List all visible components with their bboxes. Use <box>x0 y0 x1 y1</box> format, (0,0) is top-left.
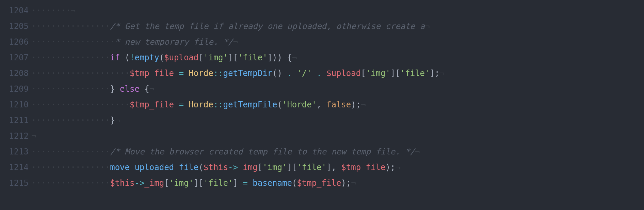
whitespace-indicator: ········ <box>31 6 71 15</box>
token-op: -> <box>134 178 144 188</box>
token-var: $this <box>110 178 134 188</box>
line-number: 1214 <box>0 160 31 175</box>
token-punct: } <box>110 84 120 94</box>
token-punct <box>174 100 179 109</box>
whitespace-indicator: ···················· <box>31 100 130 109</box>
code-line[interactable]: 1212¬ <box>0 128 644 144</box>
token-punct <box>184 100 189 109</box>
code-content[interactable]: ················}¬ <box>31 112 644 128</box>
token-op: = <box>179 69 183 78</box>
code-line[interactable]: 1210····················$tmp_file = Hord… <box>0 97 644 112</box>
token-punct: [ <box>361 69 366 78</box>
code-line[interactable]: 1211················}¬ <box>0 112 644 128</box>
code-line[interactable]: 1204········¬ <box>0 3 644 18</box>
token-punct: [ <box>258 163 262 172</box>
token-punct: } <box>110 116 115 125</box>
line-number: 1209 <box>0 81 31 97</box>
whitespace-indicator: ················ <box>31 53 110 62</box>
token-punct: ( <box>292 178 297 188</box>
line-number: 1206 <box>0 34 31 50</box>
code-line[interactable]: 1207················if (!empty($upload['… <box>0 50 644 65</box>
token-var: $tmp_file <box>130 100 174 109</box>
token-punct: ( <box>198 163 203 172</box>
token-punct: ][ <box>228 53 238 62</box>
code-line[interactable]: 1215················$this->_img['img']['… <box>0 175 644 191</box>
token-keyword: if <box>110 53 120 62</box>
token-string: 'Horde' <box>282 100 317 109</box>
token-punct: ); <box>351 100 361 109</box>
token-func: move_uploaded_file <box>110 163 198 172</box>
token-string: 'file' <box>297 163 326 172</box>
token-nl: ¬ <box>425 21 430 31</box>
line-number: 1213 <box>0 144 31 160</box>
code-line[interactable]: 1205················/* Get the temp file… <box>0 18 644 34</box>
token-punct <box>174 69 179 78</box>
token-punct: ][ <box>194 178 204 188</box>
code-content[interactable]: ¬ <box>31 128 644 144</box>
token-nl: ¬ <box>351 178 356 188</box>
token-nl: ¬ <box>292 53 297 62</box>
code-content[interactable]: ················} else {¬ <box>31 81 644 97</box>
token-string: 'file' <box>204 178 233 188</box>
line-number: 1215 <box>0 175 31 191</box>
token-punct: ); <box>385 163 395 172</box>
whitespace-indicator: ················ <box>31 84 110 94</box>
token-op: . <box>287 69 292 78</box>
code-content[interactable]: ·················* new temporary file. *… <box>31 34 644 50</box>
token-op: :: <box>213 69 223 78</box>
token-punct: [ <box>198 53 203 62</box>
whitespace-indicator: ················ <box>31 163 110 172</box>
token-punct <box>248 178 253 188</box>
token-string: 'img' <box>204 53 228 62</box>
token-string: 'img' <box>366 69 390 78</box>
code-content[interactable]: ················/* Move the browser crea… <box>31 144 644 160</box>
token-string: '/' <box>297 69 311 78</box>
token-nl: ¬ <box>395 163 400 172</box>
token-class: Horde <box>189 100 213 109</box>
token-nl: ¬ <box>115 116 120 125</box>
code-line[interactable]: 1213················/* Move the browser … <box>0 144 644 160</box>
code-content[interactable]: ········¬ <box>31 3 644 18</box>
token-string: 'img' <box>262 163 287 172</box>
token-var: $upload <box>164 53 198 62</box>
line-number: 1204 <box>0 3 31 18</box>
token-punct <box>322 69 326 78</box>
token-punct: ], <box>326 163 341 172</box>
code-content[interactable]: ····················$tmp_file = Horde::g… <box>31 65 644 81</box>
code-line[interactable]: 1208····················$tmp_file = Hord… <box>0 65 644 81</box>
token-nl: ¬ <box>439 69 444 78</box>
token-var: $upload <box>326 69 361 78</box>
code-line[interactable]: 1214················move_uploaded_file($… <box>0 160 644 175</box>
token-punct <box>312 69 317 78</box>
code-line[interactable]: 1209················} else {¬ <box>0 81 644 97</box>
token-punct: ])) { <box>268 53 292 62</box>
token-punct: ( <box>120 53 130 62</box>
code-content[interactable]: ····················$tmp_file = Horde::g… <box>31 97 644 112</box>
token-op: = <box>243 178 247 188</box>
token-var: $this <box>204 163 228 172</box>
line-number: 1210 <box>0 97 31 112</box>
token-var: _img <box>144 178 164 188</box>
code-content[interactable]: ················$this->_img['img']['file… <box>31 175 644 191</box>
code-line[interactable]: 1206·················* new temporary fil… <box>0 34 644 50</box>
token-punct: () <box>272 69 287 78</box>
token-class: Horde <box>189 69 213 78</box>
code-editor[interactable]: 1204········¬1205················/* Get … <box>0 0 644 191</box>
token-punct: ( <box>277 100 282 109</box>
token-punct: [ <box>164 178 169 188</box>
whitespace-indicator: ················ <box>31 178 110 188</box>
token-punct: ][ <box>287 163 297 172</box>
token-op: = <box>179 100 183 109</box>
token-nl: ¬ <box>361 100 366 109</box>
code-content[interactable]: ················move_uploaded_file($this… <box>31 160 644 175</box>
code-content[interactable]: ················if (!empty($upload['img'… <box>31 50 644 65</box>
token-nl: ¬ <box>233 37 238 47</box>
code-content[interactable]: ················/* Get the temp file if … <box>31 18 644 34</box>
token-comment: * new temporary file. */ <box>115 37 233 47</box>
token-comment: /* Get the temp file if already one uplo… <box>110 21 425 31</box>
token-punct: ); <box>341 178 351 188</box>
whitespace-indicator: ···················· <box>31 69 130 78</box>
token-string: 'img' <box>169 178 194 188</box>
token-punct: ][ <box>390 69 400 78</box>
token-string: 'file' <box>238 53 268 62</box>
